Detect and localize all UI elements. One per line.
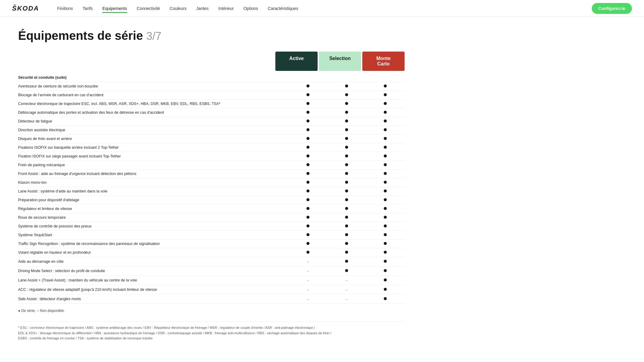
dot-icon <box>384 128 387 131</box>
dot-icon <box>306 154 309 157</box>
check-cell-selection <box>327 178 366 187</box>
dot-icon <box>384 102 387 105</box>
dash-icon: – <box>307 259 309 264</box>
table-row: Side Assist : détecteur d'angles morts–– <box>18 294 405 304</box>
check-cell-selection <box>327 240 366 248</box>
dot-icon <box>345 189 348 192</box>
col-header-selection: Selection <box>319 52 361 71</box>
check-cell-active <box>289 161 327 170</box>
check-cell-monte_carlo <box>366 294 405 304</box>
check-cell-active <box>289 205 327 213</box>
table-row: Système Stop&Start <box>18 231 405 240</box>
feature-name-cell: ACC : régulateur de vitesse adaptatif (j… <box>18 285 289 294</box>
check-cell-active <box>289 143 327 152</box>
check-cell-active <box>289 248 327 257</box>
equipment-table-wrapper: Active Selection MonteCarlo Sécurité et … <box>18 52 405 341</box>
feature-name-cell: Driving Mode Select : sélection du profi… <box>18 266 289 276</box>
check-cell-monte_carlo <box>366 143 405 152</box>
nav-item-finitions[interactable]: Finitions <box>57 6 73 11</box>
check-cell-active <box>289 213 327 222</box>
dot-icon <box>306 224 309 227</box>
dot-icon <box>384 278 387 281</box>
feature-name-cell: Fixations ISOFIX sur banquette arrière i… <box>18 143 289 152</box>
dot-icon <box>345 233 348 236</box>
nav-item-connectivite[interactable]: Connectivité <box>137 6 160 11</box>
check-cell-monte_carlo <box>366 187 405 196</box>
check-cell-monte_carlo <box>366 100 405 108</box>
check-cell-monte_carlo <box>366 126 405 135</box>
col-header-monte-carlo: MonteCarlo <box>362 52 405 71</box>
check-cell-selection <box>327 170 366 178</box>
dot-icon <box>306 242 309 245</box>
equipment-table: Sécurité et conduite (suite) <box>18 73 405 82</box>
check-cell-monte_carlo <box>366 161 405 170</box>
nav-item-tarifs[interactable]: Tarifs <box>83 6 93 11</box>
dot-icon <box>384 269 387 272</box>
check-cell-active <box>289 108 327 117</box>
check-cell-active: – <box>289 257 327 266</box>
table-row: Correcteur électronique de trajectoire E… <box>18 100 405 108</box>
table-row: Aide au démarrage en côte– <box>18 257 405 266</box>
footnote-2: EDL & XDS+ : blocage électronique du dif… <box>18 331 405 336</box>
dot-icon <box>384 84 387 87</box>
check-cell-monte_carlo <box>366 135 405 143</box>
table-row: Driving Mode Select : sélection du profi… <box>18 266 405 276</box>
check-cell-selection <box>327 248 366 257</box>
dot-icon <box>384 181 387 184</box>
nav-item-interieur[interactable]: Intérieur <box>218 6 234 11</box>
table-row: Frein de parking mécanique <box>18 161 405 170</box>
nav-item-options[interactable]: Options <box>243 6 258 11</box>
check-cell-active <box>289 126 327 135</box>
dot-icon <box>306 93 309 96</box>
dot-icon <box>384 163 387 166</box>
dash-icon: – <box>307 297 309 301</box>
check-cell-monte_carlo <box>366 91 405 100</box>
check-cell-selection <box>327 152 366 161</box>
check-cell-selection <box>327 196 366 205</box>
brand-logo: ŠKODA <box>12 5 39 12</box>
check-cell-active <box>289 152 327 161</box>
check-cell-selection <box>327 222 366 231</box>
feature-name-cell: Frein de parking mécanique <box>18 161 289 170</box>
dot-icon <box>345 146 348 149</box>
table-row: Lane Assist : système d'aide au maintien… <box>18 187 405 196</box>
feature-name-cell: Front Assist : aide au freinage d'urgenc… <box>18 170 289 178</box>
check-cell-selection <box>327 100 366 108</box>
dot-icon <box>306 172 309 175</box>
dot-icon <box>306 163 309 166</box>
dot-icon <box>345 154 348 157</box>
dot-icon <box>384 146 387 149</box>
check-cell-active <box>289 178 327 187</box>
dot-icon <box>306 128 309 131</box>
main-content: Équipements de série 3/7 Active Selectio… <box>0 17 423 353</box>
check-cell-active: – <box>289 266 327 276</box>
nav-item-couleurs[interactable]: Couleurs <box>170 6 187 11</box>
check-cell-active <box>289 135 327 143</box>
configure-button[interactable]: Configurez-le <box>592 3 632 14</box>
dot-icon <box>345 84 348 87</box>
check-cell-selection <box>327 82 366 91</box>
dot-icon <box>345 163 348 166</box>
page-title: Équipements de série 3/7 <box>18 29 405 43</box>
dot-icon <box>384 207 387 210</box>
feature-name-cell: Régulateur et limiteur de vitesse <box>18 205 289 213</box>
feature-name-cell: Fixation ISOFIX sur siège passager avant… <box>18 152 289 161</box>
check-cell-selection <box>327 135 366 143</box>
check-cell-monte_carlo <box>366 205 405 213</box>
nav-item-equipements[interactable]: Equipements <box>102 6 127 11</box>
dot-icon <box>345 198 348 201</box>
check-cell-monte_carlo <box>366 82 405 91</box>
check-cell-selection <box>327 91 366 100</box>
check-cell-active <box>289 240 327 248</box>
check-cell-monte_carlo <box>366 196 405 205</box>
check-cell-monte_carlo <box>366 248 405 257</box>
feature-name-cell: Lane Assist : système d'aide au maintien… <box>18 187 289 196</box>
dot-icon <box>384 288 387 291</box>
nav-item-jantes[interactable]: Jantes <box>196 6 209 11</box>
table-row: Lane Assist + (Travel Assist) : maintien… <box>18 276 405 285</box>
legend: ● De série, – Non disponible. <box>18 309 405 313</box>
nav-item-caracteristiques[interactable]: Caractéristiques <box>268 6 298 11</box>
table-row: Front Assist : aide au freinage d'urgenc… <box>18 170 405 178</box>
dash-icon: – <box>307 287 309 292</box>
footnotes: * ESC : correcteur électronique de traje… <box>18 321 405 341</box>
